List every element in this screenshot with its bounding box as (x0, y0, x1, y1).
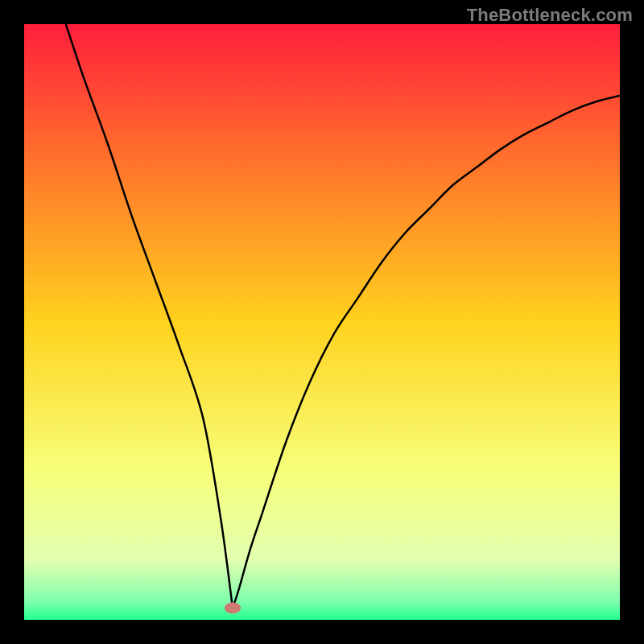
optimal-point-marker (225, 602, 241, 613)
chart-frame: TheBottleneck.com (0, 0, 644, 644)
plot-area (24, 24, 620, 620)
gradient-background (24, 24, 620, 620)
watermark-text: TheBottleneck.com (467, 5, 633, 26)
chart-svg (24, 24, 620, 620)
